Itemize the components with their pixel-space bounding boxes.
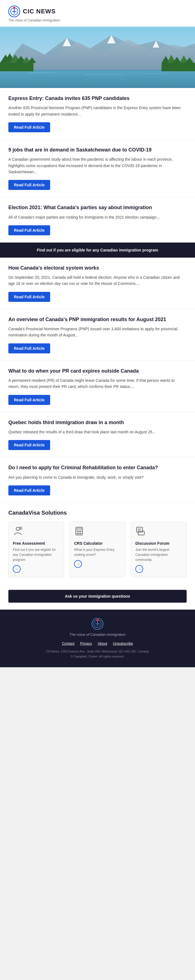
solution-card-discussion-forum: Discussion Forum Join the world's larges…	[131, 522, 187, 577]
footer-link-contact[interactable]: Contact	[62, 641, 74, 646]
footer-link-privacy[interactable]: Privacy	[80, 641, 92, 646]
email-wrapper: CIC NEWS The voice of Canadian immigrati…	[0, 0, 195, 667]
article-section-6: What to do when your PR card expires out…	[0, 361, 195, 412]
ask-button-wrapper: Ask us your immigration questions	[0, 590, 195, 609]
hero-image	[0, 27, 195, 88]
footer: The voice of Canadian immigration Contac…	[0, 609, 195, 667]
article-section-1: Express Entry: Canada invites 635 PNP ca…	[0, 88, 195, 140]
discussion-forum-arrow[interactable]: →	[135, 565, 143, 573]
article-title-1: Express Entry: Canada invites 635 PNP ca…	[8, 95, 187, 102]
cic-logo-icon	[8, 6, 20, 17]
article-excerpt-1: Another 635 Provincial Nominee Program (…	[8, 105, 187, 117]
solutions-grid: Free Assessment Find out if you are elig…	[8, 522, 187, 577]
solution-card-crs-calculator: CRS Calculator What is your Express Entr…	[70, 522, 125, 577]
solutions-title: CanadaVisa Solutions	[8, 510, 187, 516]
header-tagline: The voice of Canadian immigration	[8, 18, 187, 22]
svg-rect-15	[0, 63, 34, 71]
read-article-5-button[interactable]: Read Full Article	[8, 344, 50, 353]
article-title-7: Quebec holds third immigration draw in a…	[8, 419, 187, 426]
crs-calculator-arrow[interactable]: →	[74, 560, 82, 568]
footer-links: Contact Privacy About Unsubscribe	[8, 641, 187, 646]
hero-mountain-svg	[0, 27, 195, 88]
article-section-4: How Canada's electoral system works On S…	[0, 258, 195, 309]
article-section-7: Quebec holds third immigration draw in a…	[0, 412, 195, 458]
logo-row: CIC NEWS	[8, 6, 187, 17]
svg-rect-22	[161, 63, 195, 71]
svg-rect-41	[138, 531, 144, 535]
article-section-2: 9 jobs that are in demand in Saskatchewa…	[0, 140, 195, 197]
svg-rect-34	[77, 531, 78, 532]
header: CIC NEWS The voice of Canadian immigrati…	[0, 0, 195, 27]
read-article-1-button[interactable]: Read Full Article	[8, 122, 50, 132]
svg-point-46	[96, 619, 99, 621]
discussion-forum-desc: Join the world's largest Canadian immigr…	[135, 547, 182, 562]
read-article-7-button[interactable]: Read Full Article	[8, 440, 50, 450]
article-title-3: Election 2021: What Canada's parties say…	[8, 204, 187, 211]
article-title-2: 9 jobs that are in demand in Saskatchewa…	[8, 146, 187, 153]
svg-point-2	[13, 7, 15, 9]
svg-rect-40	[136, 527, 142, 532]
article-title-6: What to do when your PR card expires out…	[8, 368, 187, 375]
cta-banner-text: Find out if you are eligible for any Can…	[37, 248, 158, 252]
calculator-icon	[74, 526, 121, 538]
discussion-forum-title: Discussion Forum	[135, 541, 182, 546]
free-assessment-title: Free Assessment	[13, 541, 60, 546]
svg-rect-39	[80, 533, 82, 534]
article-title-8: Do I need to apply for Criminal Rehabili…	[8, 464, 187, 471]
article-section-5: An overview of Canada's PNP immigration …	[0, 309, 195, 361]
solution-card-free-assessment: Free Assessment Find out if you are elig…	[8, 522, 64, 577]
read-article-3-button[interactable]: Read Full Article	[8, 225, 50, 235]
svg-rect-37	[77, 533, 78, 534]
article-excerpt-6: A permanent resident (PR) of Canada migh…	[8, 377, 187, 390]
article-excerpt-5: Canada's Provincial Nominee Programs (PN…	[8, 326, 187, 338]
solutions-section: CanadaVisa Solutions Free Assessment Fin…	[0, 503, 195, 590]
chat-icon	[135, 526, 182, 538]
svg-rect-36	[80, 531, 82, 532]
footer-link-about[interactable]: About	[98, 641, 107, 646]
person-icon	[13, 526, 60, 538]
article-title-4: How Canada's electoral system works	[8, 264, 187, 272]
free-assessment-desc: Find out if you are eligible for any Can…	[13, 547, 60, 562]
article-excerpt-8: Are you planning to come to Canada to im…	[8, 474, 187, 480]
article-section-3: Election 2021: What Canada's parties say…	[0, 197, 195, 243]
svg-rect-33	[77, 528, 82, 530]
article-title-5: An overview of Canada's PNP immigration …	[8, 316, 187, 323]
ask-immigration-button[interactable]: Ask us your immigration questions	[8, 590, 187, 603]
crs-calculator-desc: What is your Express Entry ranking score…	[74, 547, 121, 557]
cta-banner[interactable]: Find out if you are eligible for any Can…	[0, 243, 195, 258]
article-section-8: Do I need to apply for Criminal Rehabili…	[0, 457, 195, 503]
article-excerpt-7: Quebec released the results of a third d…	[8, 429, 187, 435]
article-excerpt-4: On September 20, 2021, Canada will hold …	[8, 274, 187, 287]
footer-address: CICNews, 1303 Greene Ave., Suite 200, We…	[8, 649, 187, 659]
crs-calculator-title: CRS Calculator	[74, 541, 121, 546]
svg-rect-35	[78, 531, 80, 532]
footer-logo-icon	[92, 618, 103, 630]
read-article-8-button[interactable]: Read Full Article	[8, 485, 50, 495]
svg-rect-38	[78, 533, 80, 534]
read-article-6-button[interactable]: Read Full Article	[8, 395, 50, 405]
svg-point-28	[16, 527, 19, 531]
article-excerpt-3: All of Canada's major parties are rootin…	[8, 214, 187, 220]
footer-tagline: The voice of Canadian immigration	[8, 632, 187, 636]
read-article-2-button[interactable]: Read Full Article	[8, 180, 50, 190]
footer-link-unsubscribe[interactable]: Unsubscribe	[113, 641, 133, 646]
article-excerpt-2: A Canadian government study about how th…	[8, 156, 187, 175]
free-assessment-arrow[interactable]: →	[13, 565, 21, 573]
read-article-4-button[interactable]: Read Full Article	[8, 292, 50, 302]
logo-text: CIC NEWS	[23, 8, 56, 15]
